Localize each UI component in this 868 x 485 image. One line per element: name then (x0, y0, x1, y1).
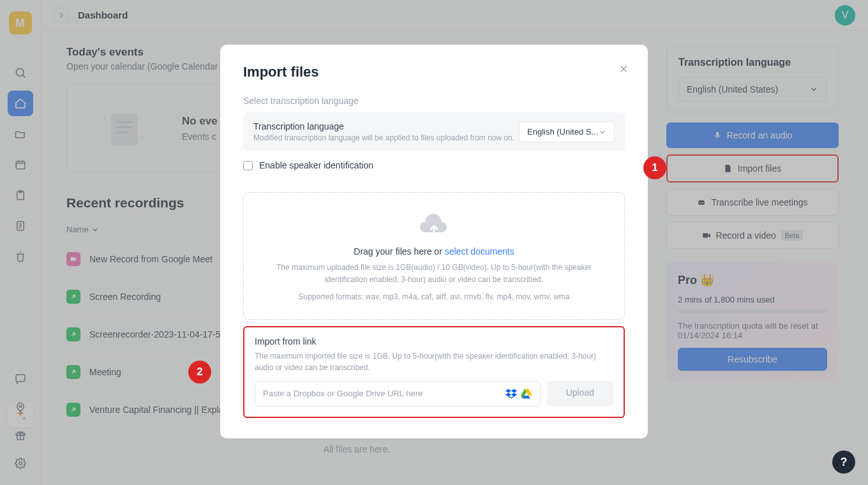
modal-trans-lang-desc: Modified transcription language will be … (253, 133, 514, 142)
modal-lang-row: Transcription language Modified transcri… (243, 112, 625, 151)
import-link-title: Import from link (255, 336, 613, 347)
chevron-down-icon (599, 128, 606, 136)
select-documents-link[interactable]: select documents (445, 246, 514, 257)
link-url-input[interactable]: Paste a Dropbox or Google Drive URL here (255, 381, 541, 407)
modal-lang-dropdown[interactable]: English (United S... (519, 121, 615, 142)
modal-lang-value: English (United S... (527, 127, 598, 137)
modal-overlay[interactable]: Import files Select transcription langua… (0, 0, 868, 485)
modal-select-lang-label: Select transcription language (243, 96, 625, 106)
dropbox-icon (505, 388, 517, 399)
drop-text: Drag your files here or (354, 246, 444, 257)
modal-trans-lang-title: Transcription language (253, 121, 514, 131)
link-placeholder: Paste a Dropbox or Google Drive URL here (263, 389, 423, 398)
import-link-section: Import from link The maximum imported fi… (243, 326, 625, 418)
upload-button[interactable]: Upload (547, 381, 613, 407)
file-drop-zone[interactable]: Drag your files here or select documents… (243, 192, 625, 320)
import-link-desc: The maximum imported file size is 1GB. U… (255, 350, 613, 373)
modal-close-button[interactable] (616, 61, 631, 77)
modal-title: Import files (243, 64, 625, 80)
speaker-id-checkbox[interactable] (243, 161, 253, 170)
annotation-2: 2 (188, 361, 211, 384)
google-drive-icon (521, 388, 532, 399)
speaker-id-label: Enable speaker identification (259, 160, 373, 170)
import-files-modal: Import files Select transcription langua… (220, 45, 648, 438)
cloud-upload-icon (420, 212, 448, 237)
close-icon (618, 63, 629, 75)
annotation-1: 1 (643, 156, 666, 179)
drop-formats: Supported formats: wav, mp3, m4a, caf, a… (257, 291, 611, 303)
drop-desc: The maximum uploaded file size is 1GB(au… (257, 262, 611, 286)
help-button[interactable]: ? (832, 451, 855, 474)
